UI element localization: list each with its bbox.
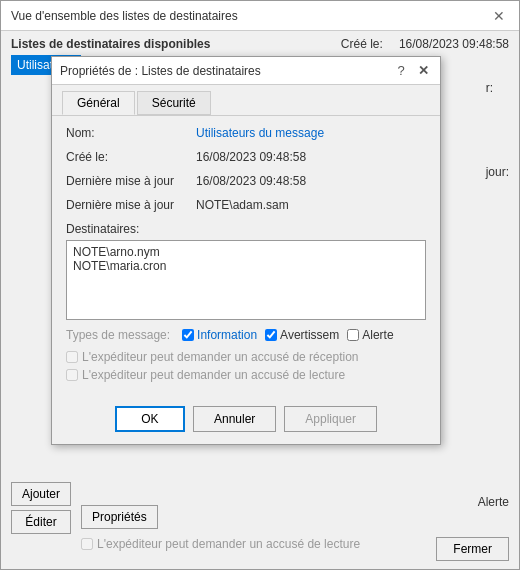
dialog-close-button[interactable]: ✕ [414, 62, 432, 80]
accuse-reception-checkbox[interactable] [66, 351, 78, 363]
main-window: Vue d'ensemble des listes de destinatair… [0, 0, 520, 570]
right-label-jour: jour: [486, 165, 509, 179]
right-labels-area: r: jour: [486, 81, 509, 249]
dialog-buttons: OK Annuler Appliquer [52, 396, 440, 444]
destinataires-section: Destinataires: NOTE\arno.nym NOTE\maria.… [66, 222, 426, 320]
tab-general[interactable]: Général [62, 91, 135, 115]
types-de-message-row: Types de message: Information Avertissem… [66, 328, 426, 342]
checkbox-alerte: Alerte [347, 328, 393, 342]
checkbox-avertissement-input[interactable] [265, 329, 277, 341]
destinataires-box[interactable]: NOTE\arno.nym NOTE\maria.cron [66, 240, 426, 320]
derniere-maj2-row: Dernière mise à jour NOTE\adam.sam [66, 198, 426, 212]
available-lists-label: Listes de destinataires disponibles [11, 37, 210, 51]
checkbox-alerte-input[interactable] [347, 329, 359, 341]
right-label-r: r: [486, 81, 509, 95]
main-titlebar: Vue d'ensemble des listes de destinatair… [1, 1, 519, 31]
checkbox-alerte-label: Alerte [362, 328, 393, 342]
nom-row: Nom: Utilisateurs du message [66, 126, 426, 140]
derniere-maj1-row: Dernière mise à jour 16/08/2023 09:48:58 [66, 174, 426, 188]
header-row: Listes de destinataires disponibles Créé… [11, 37, 509, 51]
derniere-maj2-value: NOTE\adam.sam [196, 198, 289, 212]
editer-button[interactable]: Éditer [11, 510, 71, 534]
checkbox-avertissement-label: Avertissem [280, 328, 339, 342]
main-window-title: Vue d'ensemble des listes de destinatair… [11, 9, 238, 23]
nom-label: Nom: [66, 126, 196, 140]
accuse-lecture-label: L'expéditeur peut demander un accusé de … [82, 368, 345, 382]
derniere-maj2-label: Dernière mise à jour [66, 198, 196, 212]
derniere-maj1-value: 16/08/2023 09:48:58 [196, 174, 306, 188]
accuse-lecture-row: L'expéditeur peut demander un accusé de … [66, 368, 426, 382]
ajouter-button[interactable]: Ajouter [11, 482, 71, 506]
accuse-reception-label: L'expéditeur peut demander un accusé de … [82, 350, 358, 364]
dialog-title: Propriétés de : Listes de destinataires [60, 64, 261, 78]
alerte-right-label: Alerte [478, 495, 509, 509]
tabs-row: Général Sécurité [52, 85, 440, 115]
destinataires-label: Destinataires: [66, 222, 426, 236]
cree-le-value: 16/08/2023 09:48:58 [196, 150, 306, 164]
dialog-help-button[interactable]: ? [392, 62, 410, 80]
dialog-actions: ? ✕ [392, 62, 432, 80]
fermer-button[interactable]: Fermer [436, 537, 509, 561]
cree-le-label: Créé le: [66, 150, 196, 164]
destinataire-1: NOTE\arno.nym [73, 245, 419, 259]
bottom-accuse-lecture-label: L'expéditeur peut demander un accusé de … [97, 537, 360, 551]
created-label: Créé le: [341, 37, 383, 51]
nom-value: Utilisateurs du message [196, 126, 324, 140]
tab-content-general: Nom: Utilisateurs du message Créé le: 16… [52, 115, 440, 396]
bottom-checkbox-main-area: L'expéditeur peut demander un accusé de … [81, 537, 360, 551]
bottom-accuse-lecture-checkbox[interactable] [81, 538, 93, 550]
properties-dialog: Propriétés de : Listes de destinataires … [51, 56, 441, 445]
main-close-icon[interactable]: ✕ [489, 6, 509, 26]
bottom-checkboxes: L'expéditeur peut demander un accusé de … [66, 350, 426, 382]
proprietes-button[interactable]: Propriétés [81, 505, 158, 529]
bottom-bar: Fermer [436, 537, 509, 561]
checkbox-avertissement: Avertissem [265, 328, 339, 342]
cree-le-row: Créé le: 16/08/2023 09:48:58 [66, 150, 426, 164]
derniere-maj1-label: Dernière mise à jour [66, 174, 196, 188]
dialog-titlebar: Propriétés de : Listes de destinataires … [52, 57, 440, 85]
annuler-button[interactable]: Annuler [193, 406, 276, 432]
ok-button[interactable]: OK [115, 406, 185, 432]
checkbox-information-label: Information [197, 328, 257, 342]
destinataire-2: NOTE\maria.cron [73, 259, 419, 273]
tab-securite[interactable]: Sécurité [137, 91, 211, 115]
appliquer-button[interactable]: Appliquer [284, 406, 377, 432]
created-value: 16/08/2023 09:48:58 [399, 37, 509, 51]
accuse-reception-row: L'expéditeur peut demander un accusé de … [66, 350, 426, 364]
main-action-buttons: Ajouter Éditer [11, 482, 71, 534]
types-label: Types de message: [66, 328, 170, 342]
checkbox-information: Information [182, 328, 257, 342]
checkbox-information-input[interactable] [182, 329, 194, 341]
accuse-lecture-checkbox[interactable] [66, 369, 78, 381]
